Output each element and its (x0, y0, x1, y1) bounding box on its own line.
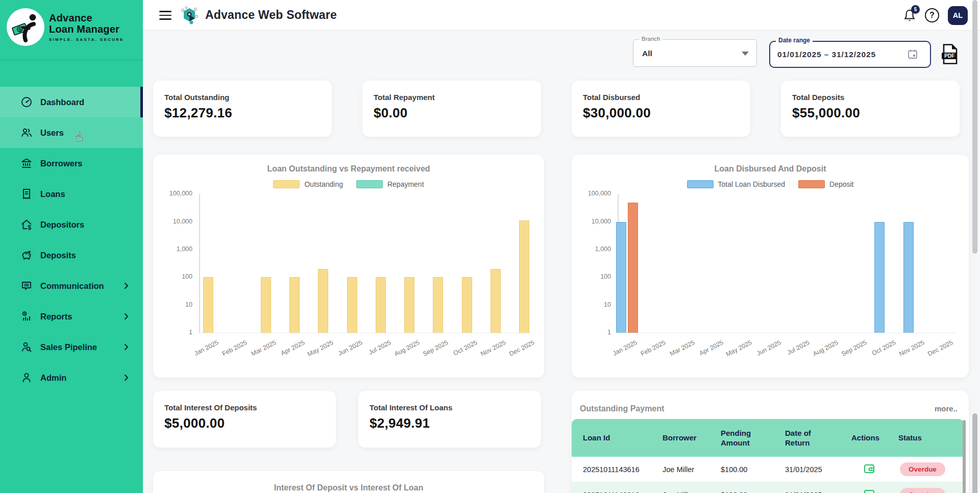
sidebar-item-label: Depositors (40, 220, 84, 230)
branch-label: Branch (639, 36, 663, 42)
legend-label: Outstanding (304, 180, 343, 188)
sidebar-item-sales-pipeline[interactable]: Sales Pipeline (0, 332, 143, 362)
sidebar-item-reports[interactable]: Reports (0, 301, 143, 332)
notification-badge: 5 (911, 5, 920, 14)
wallet-icon[interactable] (864, 463, 875, 474)
sidebar-item-label: Admin (40, 373, 66, 383)
chevron-down-icon[interactable] (742, 52, 749, 56)
column-header: Borrower (651, 433, 709, 443)
bar-outstanding[interactable] (347, 277, 357, 333)
brand-line2: Loan Manager (49, 23, 124, 35)
column-header: Actions (840, 433, 887, 443)
bar-outstanding[interactable] (404, 277, 414, 333)
dashboard-icon (20, 96, 33, 108)
bar-outstanding[interactable] (376, 277, 386, 333)
chevron-right-icon (124, 374, 129, 381)
sidebar-item-label: Borrowers (40, 159, 83, 168)
bar-outstanding[interactable] (519, 220, 529, 333)
cell-loan-id: 20251011143616 (572, 465, 651, 474)
app-title: Advance Web Software (205, 8, 337, 22)
cell-loan-id: 20251011143616 (572, 491, 651, 493)
bar-outstanding[interactable] (261, 277, 271, 333)
chart-loan-disbursed-card: Loan Disbursed And Deposit Total Loan Di… (572, 155, 969, 378)
content-scrollbar-thumb[interactable] (972, 413, 977, 493)
stat-card-total-disbursed: Total Disbursed $30,000.00 (572, 81, 750, 137)
stat-label: Total Disbursed (583, 93, 640, 102)
sidebar-item-borrowers[interactable]: Borrowers (0, 148, 143, 179)
brand-logo-icon: $ (7, 8, 44, 46)
date-range-value: 01/01/2025 – 31/12/2025 (777, 50, 876, 59)
users-icon (20, 127, 33, 139)
table-header-row: Loan IdBorrowerPending AmountDate of Ret… (572, 419, 964, 457)
bar-total-loan-disbursed[interactable] (616, 222, 626, 333)
legend-swatch (687, 180, 714, 188)
cell-pending-amount: $100.00 (709, 491, 774, 493)
chart-title: Loan Outstanding vs Repayment received (153, 164, 544, 174)
bar-outstanding[interactable] (462, 277, 472, 333)
sidebar-item-label: Reports (40, 312, 72, 322)
bar-deposit[interactable] (628, 203, 638, 333)
bar-outstanding[interactable] (289, 277, 300, 333)
bar-outstanding[interactable] (318, 269, 328, 333)
legend-item[interactable]: Total Loan Disbursed (687, 180, 786, 188)
page-scrollbar-thumb[interactable] (972, 0, 977, 254)
svg-text:$: $ (28, 224, 32, 231)
sidebar-item-admin[interactable]: Admin (0, 362, 143, 393)
bar-outstanding[interactable] (433, 277, 443, 333)
legend-item[interactable]: Outstanding (273, 180, 343, 188)
interest-loans-value: $2,949.91 (370, 415, 430, 431)
house-dollar-icon: $ (20, 218, 33, 231)
interest-vs-interest-title: Interest Of Deposit vs Interest Of Loan (153, 483, 544, 492)
sidebar-item-depositors[interactable]: $Depositors (0, 209, 143, 240)
brand: $ Advance Loan Manager SIMPLE. SASTA. SE… (0, 0, 143, 60)
cell-actions (840, 488, 887, 493)
stat-card-total-repayment: Total Repayment $0.00 (362, 81, 541, 137)
brand-tagline: SIMPLE. SASTA. SECURE (49, 37, 124, 42)
bar-outstanding[interactable] (491, 269, 501, 333)
interest-loans-label: Total Interest Of Loans (370, 403, 452, 412)
svg-text:PDF: PDF (944, 53, 954, 59)
page: $ Advance Loan Manager SIMPLE. SASTA. SE… (0, 0, 980, 493)
sidebar-item-dashboard[interactable]: Dashboard (0, 87, 143, 117)
more-link[interactable]: more.. (935, 404, 958, 413)
brand-line1: Advance (49, 12, 124, 23)
chevron-right-icon (124, 343, 129, 351)
y-axis-tick: 1,000 (575, 245, 611, 253)
column-header: Status (887, 433, 964, 443)
sidebar-item-users[interactable]: Users (0, 117, 143, 148)
stat-label: Total Repayment (374, 93, 435, 102)
legend-item[interactable]: Deposit (798, 180, 853, 188)
notifications-bell-icon[interactable]: 5 (903, 8, 916, 22)
y-axis-tick: 10,000 (157, 218, 192, 225)
stat-value: $12,279.16 (164, 105, 232, 121)
table-scrollbar[interactable] (963, 420, 966, 493)
bar-outstanding[interactable] (203, 277, 213, 333)
piggy-bank-icon (20, 249, 33, 261)
sidebar-item-communication[interactable]: Communication (0, 270, 143, 301)
sidebar-item-label: Deposits (40, 251, 76, 260)
wallet-icon[interactable] (864, 488, 875, 493)
bar-total-loan-disbursed[interactable] (903, 222, 914, 333)
person-icon (20, 372, 33, 384)
status-badge: Overdue (900, 462, 945, 476)
avatar[interactable]: AL (948, 6, 968, 25)
interest-deposits-value: $5,000.00 (164, 415, 225, 431)
pdf-export-icon[interactable]: PDF (941, 44, 958, 64)
y-axis-tick: 10,000 (575, 218, 611, 225)
legend-item[interactable]: Repayment (356, 180, 424, 188)
sidebar-item-loans[interactable]: Loans (0, 179, 143, 209)
outstanding-payment-table: Loan IdBorrowerPending AmountDate of Ret… (572, 419, 964, 493)
column-header: Loan Id (572, 433, 651, 443)
legend-swatch (356, 180, 383, 188)
legend-label: Total Loan Disbursed (718, 180, 786, 188)
stat-label: Total Deposits (792, 93, 844, 102)
chart-legend: Total Loan Disbursed Deposit (572, 180, 969, 188)
help-icon[interactable]: ? (925, 8, 939, 22)
interest-deposits-label: Total Interest Of Deposits (164, 403, 257, 412)
x-axis-line (199, 333, 531, 333)
sidebar-item-deposits[interactable]: Deposits (0, 240, 143, 270)
hamburger-menu-icon[interactable] (159, 11, 172, 20)
bar-total-loan-disbursed[interactable] (874, 222, 885, 333)
sidebar-item-label: Dashboard (40, 97, 84, 107)
calendar-icon[interactable] (908, 49, 918, 59)
